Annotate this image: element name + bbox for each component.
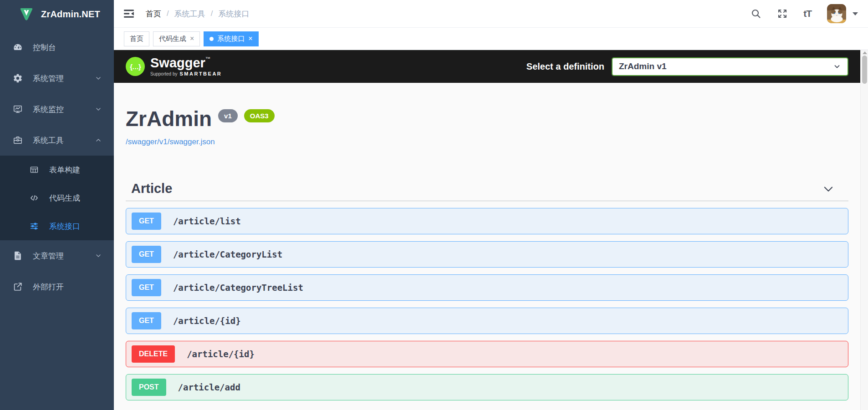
api-title: ZrAdmin <box>126 108 212 129</box>
method-badge: DELETE <box>132 345 175 363</box>
section-header[interactable]: Article <box>126 181 848 201</box>
top-navbar: 首页 / 系统工具 / 系统接口 <box>114 0 868 28</box>
swagger-content: ZrAdmin v1 OAS3 /swagger/v1/swagger.json… <box>114 83 860 410</box>
toolbox-icon <box>13 135 23 145</box>
tab-code-generator[interactable]: 代码生成 × <box>153 31 200 46</box>
sidebar-item-code-generator[interactable]: 代码生成 <box>0 184 114 212</box>
endpoint-path: /article/{id} <box>173 316 241 326</box>
text-size-glyph: tT <box>803 8 812 19</box>
definition-select-label: Select a definition <box>526 61 604 72</box>
sidebar-item-label: 系统接口 <box>49 221 80 232</box>
document-icon <box>13 251 23 261</box>
sidebar-collapse-icon[interactable] <box>123 8 135 20</box>
caret-down-icon <box>853 12 858 15</box>
section-title: Article <box>131 181 172 196</box>
trademark: ™ <box>205 56 210 61</box>
scrollbar-up-arrow[interactable] <box>863 51 867 54</box>
chevron-down-icon <box>95 75 102 82</box>
sidebar-item-label: 控制台 <box>33 42 56 53</box>
tab-label: 系统接口 <box>217 35 245 43</box>
swagger-brand-name: Swagger™ <box>150 56 222 70</box>
sidebar-item-system-monitor[interactable]: 系统监控 <box>0 94 114 125</box>
sidebar-item-external-open[interactable]: 外部打开 <box>0 271 114 302</box>
code-icon <box>29 193 39 203</box>
swagger-supported-by: Supported by SMARTBEAR <box>150 71 222 76</box>
search-icon[interactable] <box>751 8 761 19</box>
endpoint-row-get-category-list[interactable]: GET /article/CategoryList <box>126 241 848 268</box>
sidebar-item-article-admin[interactable]: 文章管理 <box>0 240 114 271</box>
sidebar-item-label: 系统监控 <box>33 104 64 115</box>
active-tab-dot <box>209 37 214 41</box>
app-logo-icon <box>18 6 35 22</box>
tab-home[interactable]: 首页 <box>124 31 149 46</box>
endpoint-row-get-article-by-id[interactable]: GET /article/{id} <box>126 308 848 334</box>
endpoint-path: /article/{id} <box>187 349 255 359</box>
smartbear-text: SMARTBEAR <box>180 71 222 76</box>
sidebar-item-label: 系统工具 <box>33 135 64 146</box>
sidebar-item-system-tools[interactable]: 系统工具 <box>0 125 114 156</box>
api-version-badge: v1 <box>218 109 238 122</box>
sidebar-item-label: 代码生成 <box>49 193 80 203</box>
sidebar: ZrAdmin.NET 控制台 系统管理 <box>0 0 114 410</box>
gear-icon <box>13 73 23 83</box>
sidebar-item-label: 系统管理 <box>33 73 64 84</box>
api-tag-section-article: Article GET /article/list GET /article/C… <box>126 181 848 400</box>
monitor-icon <box>13 104 23 114</box>
method-badge: POST <box>132 379 166 396</box>
sidebar-submenu-system-tools: 表单构建 代码生成 <box>0 156 114 240</box>
user-menu[interactable] <box>827 4 858 23</box>
endpoint-row-post-article-add[interactable]: POST /article/add <box>126 374 848 400</box>
dashboard-icon <box>13 42 23 52</box>
endpoint-row-delete-article-by-id[interactable]: DELETE /article/{id} <box>126 341 848 367</box>
avatar[interactable] <box>827 4 846 23</box>
chevron-down-icon[interactable] <box>822 182 835 195</box>
sliders-icon <box>29 221 39 231</box>
tab-label: 首页 <box>130 35 143 43</box>
close-icon[interactable]: × <box>190 35 194 42</box>
chevron-up-icon <box>95 137 102 144</box>
app-logo[interactable]: ZrAdmin.NET <box>0 0 114 28</box>
endpoint-path: /article/add <box>178 382 240 392</box>
navbar-actions: tT <box>751 4 858 23</box>
fullscreen-icon[interactable] <box>777 8 788 19</box>
breadcrumb-separator: / <box>167 9 169 18</box>
breadcrumb: 首页 / 系统工具 / 系统接口 <box>146 9 751 19</box>
external-link-icon <box>13 282 23 292</box>
scrollbar[interactable] <box>860 50 868 410</box>
breadcrumb-item-home[interactable]: 首页 <box>146 9 161 19</box>
spec-json-link[interactable]: /swagger/v1/swagger.json <box>126 137 215 147</box>
tab-system-api[interactable]: 系统接口 × <box>204 31 258 46</box>
swagger-logo-icon: {…} <box>126 57 145 76</box>
sidebar-item-label: 外部打开 <box>33 282 64 292</box>
sidebar-item-label: 文章管理 <box>33 251 64 261</box>
breadcrumb-separator: / <box>211 9 213 18</box>
endpoint-path: /article/CategoryTreeList <box>173 283 303 293</box>
definition-selector: Select a definition ZrAdmin v1 <box>526 57 848 76</box>
tab-label: 代码生成 <box>159 35 186 43</box>
sidebar-item-form-builder[interactable]: 表单构建 <box>0 156 114 184</box>
tags-view-bar: 首页 代码生成 × 系统接口 × <box>114 28 868 50</box>
breadcrumb-item-system-api: 系统接口 <box>218 9 249 19</box>
supported-by-text: Supported by <box>150 71 178 76</box>
swagger-frame: {…} Swagger™ Supported by SMARTBEAR Sele… <box>114 50 868 410</box>
definition-select[interactable]: ZrAdmin v1 <box>612 57 848 76</box>
method-badge: GET <box>132 312 161 329</box>
chevron-down-icon <box>95 106 102 113</box>
endpoint-row-get-article-list[interactable]: GET /article/list <box>126 208 848 234</box>
swagger-topbar: {…} Swagger™ Supported by SMARTBEAR Sele… <box>114 50 860 83</box>
api-info: ZrAdmin v1 OAS3 /swagger/v1/swagger.json <box>126 83 848 147</box>
method-badge: GET <box>132 246 161 263</box>
close-icon[interactable]: × <box>248 35 252 42</box>
sidebar-item-system-api[interactable]: 系统接口 <box>0 212 114 240</box>
text-size-icon[interactable]: tT <box>803 8 812 19</box>
breadcrumb-item-system-tools: 系统工具 <box>174 9 205 19</box>
endpoint-path: /article/list <box>173 216 241 226</box>
scrollbar-thumb[interactable] <box>862 56 867 84</box>
swagger-logo: {…} Swagger™ Supported by SMARTBEAR <box>126 56 222 76</box>
sidebar-item-system-admin[interactable]: 系统管理 <box>0 63 114 94</box>
endpoint-row-get-category-tree-list[interactable]: GET /article/CategoryTreeList <box>126 274 848 301</box>
sidebar-item-dashboard[interactable]: 控制台 <box>0 32 114 63</box>
definition-select-value: ZrAdmin v1 <box>619 61 667 71</box>
endpoint-path: /article/CategoryList <box>173 249 282 259</box>
chevron-down-icon <box>95 252 102 259</box>
